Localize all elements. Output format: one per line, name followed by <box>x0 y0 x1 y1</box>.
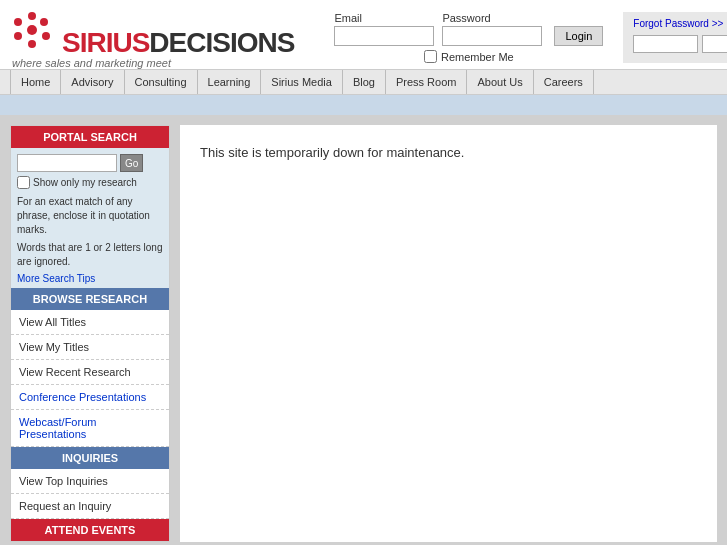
request-inquiry-link[interactable]: Request an Inquiry <box>11 494 169 519</box>
view-recent-research-link[interactable]: View Recent Research <box>11 360 169 385</box>
logo-sirius: SIRIUS <box>62 27 149 59</box>
svg-point-5 <box>14 18 22 26</box>
forgot-inputs <box>633 35 727 53</box>
email-group: Email <box>334 12 434 46</box>
login-area: Email Password Login Remember Me <box>334 12 603 63</box>
more-search-tips-link[interactable]: More Search Tips <box>17 273 163 284</box>
nav-sirius-media[interactable]: Sirius Media <box>261 70 343 94</box>
forgot-email-input[interactable] <box>633 35 698 53</box>
password-group: Password <box>442 12 542 46</box>
svg-point-1 <box>40 18 48 26</box>
show-only-label: Show only my research <box>33 177 137 188</box>
search-hint-2: Words that are 1 or 2 letters long are i… <box>17 239 163 271</box>
logo-decisions: DECISIONS <box>149 27 294 59</box>
show-only-checkbox[interactable] <box>17 176 30 189</box>
nav-advisory[interactable]: Advisory <box>61 70 124 94</box>
logo-text: SIRIUSDECISIONS <box>10 8 294 59</box>
portal-search-header: PORTAL SEARCH <box>11 126 169 148</box>
blue-stripe <box>0 95 727 115</box>
email-label: Email <box>334 12 362 24</box>
portal-search-input[interactable] <box>17 154 117 172</box>
view-top-inquiries-link[interactable]: View Top Inquiries <box>11 469 169 494</box>
nav-home[interactable]: Home <box>10 70 61 94</box>
remember-me-checkbox[interactable] <box>424 50 437 63</box>
remember-me-label: Remember Me <box>441 51 514 63</box>
sidebar: PORTAL SEARCH Go Show only my research F… <box>10 125 170 542</box>
navbar: Home Advisory Consulting Learning Sirius… <box>0 69 727 95</box>
view-my-titles-link[interactable]: View My Titles <box>11 335 169 360</box>
logo-star-icon <box>10 8 54 52</box>
conference-presentations-link[interactable]: Conference Presentations <box>11 385 169 410</box>
password-label: Password <box>442 12 490 24</box>
login-fields-row: Email Password Login <box>334 12 603 46</box>
search-go-button[interactable]: Go <box>120 154 143 172</box>
logo-area: SIRIUSDECISIONS where sales and marketin… <box>10 8 294 69</box>
maintenance-message: This site is temporarily down for mainte… <box>200 145 697 160</box>
logo-tagline: where sales and marketing meet <box>12 57 294 69</box>
inquiries-header: INQUIRIES <box>11 447 169 469</box>
show-only-row: Show only my research <box>17 176 163 189</box>
nav-press-room[interactable]: Press Room <box>386 70 468 94</box>
forgot-password-link[interactable]: Forgot Password >> <box>633 18 723 29</box>
header-top: SIRIUSDECISIONS where sales and marketin… <box>0 0 727 69</box>
nav-blog[interactable]: Blog <box>343 70 386 94</box>
forgot-secondary-input[interactable] <box>702 35 727 53</box>
view-all-titles-link[interactable]: View All Titles <box>11 310 169 335</box>
svg-point-3 <box>28 40 36 48</box>
nav-about-us[interactable]: About Us <box>467 70 533 94</box>
search-input-row: Go <box>17 154 163 172</box>
svg-point-2 <box>42 32 50 40</box>
nav-consulting[interactable]: Consulting <box>125 70 198 94</box>
attend-events-header: ATTEND EVENTS <box>11 519 169 541</box>
password-input[interactable] <box>442 26 542 46</box>
header: SIRIUSDECISIONS where sales and marketin… <box>0 0 727 115</box>
nav-careers[interactable]: Careers <box>534 70 594 94</box>
browse-research-header: BROWSE RESEARCH <box>11 288 169 310</box>
email-input[interactable] <box>334 26 434 46</box>
forgot-password-area: Forgot Password >> <box>623 12 727 63</box>
search-area: Go Show only my research For an exact ma… <box>11 148 169 288</box>
main-content: This site is temporarily down for mainte… <box>180 125 717 542</box>
svg-point-0 <box>28 12 36 20</box>
remember-row: Remember Me <box>424 50 514 63</box>
webcast-forum-link[interactable]: Webcast/Forum Presentations <box>11 410 169 447</box>
search-hint-1: For an exact match of any phrase, enclos… <box>17 193 163 239</box>
main-area: PORTAL SEARCH Go Show only my research F… <box>0 115 727 545</box>
nav-learning[interactable]: Learning <box>198 70 262 94</box>
svg-point-4 <box>14 32 22 40</box>
login-button[interactable]: Login <box>554 26 603 46</box>
svg-point-6 <box>27 25 37 35</box>
